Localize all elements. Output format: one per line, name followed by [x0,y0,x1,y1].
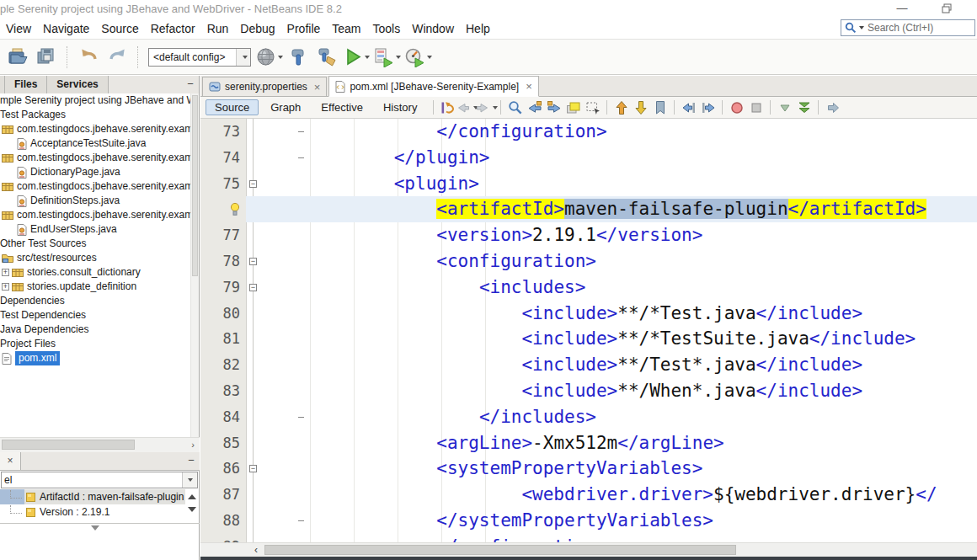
code-lines[interactable]: 73 </configuration>74 </plugin>75− <plug… [200,119,977,542]
tree-item-java-dependencies[interactable]: Java Dependencies [0,323,191,337]
fold-margin[interactable]: − [246,248,261,275]
menu-item-team[interactable]: Team [326,19,366,39]
tree-item-com-testingdocs-jbehave-serenity-examp[interactable]: com.testingdocs.jbehave.serenity.examp [0,179,191,194]
profile-project-icon[interactable] [404,44,432,71]
code-text[interactable]: <configuration> [261,248,977,275]
line-number[interactable]: 77 [200,222,246,248]
line-number[interactable]: 86 [200,456,246,482]
tree-vertical-scrollbar[interactable] [190,93,199,437]
code-text[interactable]: </plugin> [261,145,977,171]
open-project-icon[interactable] [5,44,30,71]
tree-item-pom-xml[interactable]: pom.xml [0,351,191,365]
line-number[interactable]: 85 [200,430,246,456]
fold-margin[interactable] [246,404,261,430]
line-number[interactable]: 81 [200,326,246,352]
navigator-item-version[interactable]: Version : 2.19.1 [0,504,185,520]
line-number[interactable]: 79 [200,275,246,301]
tree-item-test-dependencies[interactable]: Test Dependencies [0,308,191,323]
chevron-down-icon[interactable] [493,106,498,109]
nav-forward-icon[interactable] [477,99,496,116]
toggle-highlight-icon[interactable] [563,99,583,116]
tree-horizontal-scrollbar[interactable]: › [0,437,200,452]
code-text[interactable]: <webdriver.driver>${webdriver.driver}</ [261,482,977,508]
code-text[interactable]: <include>**/*TestSuite.java</include> [261,326,977,352]
code-line-87[interactable]: 87 <webdriver.driver>${webdriver.driver}… [200,482,977,508]
line-number[interactable]: 88 [200,508,246,534]
scroll-thumb[interactable] [264,545,736,555]
code-text[interactable]: </configuration> [261,534,977,542]
rect-selection-icon[interactable] [583,99,602,116]
navigator-minimize-icon[interactable]: − [183,452,200,470]
tree-item-stories-consult-dictionary[interactable]: +stories.consult_dictionary [0,265,191,280]
view-button-source[interactable]: Source [206,99,259,115]
menu-item-refactor[interactable]: Refactor [145,19,201,39]
shift-right-icon[interactable] [698,99,718,116]
editor-horizontal-scrollbar[interactable]: ‹ [200,542,977,557]
hint-bulb-icon[interactable] [200,196,246,222]
tree-item-mple-serenity-project-using-jbehave-and-we[interactable]: mple Serenity project using JBehave and … [0,93,191,108]
code-line-78[interactable]: 78− <configuration> [200,248,977,275]
code-text[interactable]: <version>2.19.1</version> [261,222,977,248]
search-caret-icon[interactable] [859,26,864,29]
line-number[interactable]: 74 [200,145,246,171]
navigator-item-artifactid[interactable]: ArtifactId : maven-failsafe-plugin [0,489,185,504]
expand-icon[interactable]: + [2,283,9,291]
expand-icon[interactable]: + [2,269,9,276]
fold-margin[interactable] [246,119,261,145]
chevron-down-icon[interactable] [182,472,197,488]
code-line-73[interactable]: 73 </configuration> [200,119,977,145]
code-text[interactable]: </configuration> [261,119,977,145]
fold-margin[interactable]: − [246,171,261,197]
line-number[interactable]: 89 [200,534,246,542]
menu-item-profile[interactable]: Profile [281,19,327,39]
restore-icon[interactable] [942,3,967,19]
code-line-82[interactable]: 82 <include>**/Test*.java</include> [200,352,977,378]
line-number[interactable]: 84 [200,404,246,430]
view-button-graph[interactable]: Graph [262,100,309,115]
line-number[interactable]: 80 [200,301,246,327]
code-text[interactable]: <artifactId>maven-failsafe-plugin</artif… [261,196,977,222]
view-button-history[interactable]: History [375,100,425,115]
minimize-icon[interactable]: — [889,1,915,16]
run-project-icon[interactable] [344,44,370,71]
menu-item-debug[interactable]: Debug [234,19,280,39]
fold-margin[interactable]: − [246,275,261,301]
uncomment-icon[interactable] [794,99,814,116]
tree-item-definitionsteps-java[interactable]: DefinitionSteps.java [0,194,191,208]
tree-item-com-testingdocs-jbehave-serenity-examp[interactable]: com.testingdocs.jbehave.serenity.examp [0,208,191,222]
code-text[interactable]: <argLine>-Xmx512m</argLine> [261,430,977,456]
view-button-effective[interactable]: Effective [312,100,371,115]
menu-item-window[interactable]: Window [406,19,460,39]
chevron-down-icon[interactable] [278,56,283,59]
code-line-80[interactable]: 80 <include>**/*Test.java</include> [200,301,977,327]
line-number[interactable]: 78 [200,248,246,275]
line-number[interactable]: 82 [200,352,246,378]
navigator-view-combo[interactable]: el [1,472,198,488]
code-text[interactable]: <includes> [261,275,977,301]
line-number[interactable]: 75 [200,171,246,197]
toggle-bookmark-icon[interactable] [650,99,670,116]
tree-item-src-test-resources[interactable]: src/test/resources [0,251,191,265]
navigator-scroll-down-icon[interactable] [188,507,196,512]
tree-item-project-files[interactable]: Project Files [0,337,191,351]
tree-item-acceptancetestsuite-java[interactable]: AcceptanceTestSuite.java [0,136,191,151]
code-line-81[interactable]: 81 <include>**/*TestSuite.java</include> [200,326,977,352]
tree-item-endusersteps-java[interactable]: EndUserSteps.java [0,222,191,237]
code-line-76[interactable]: <artifactId>maven-failsafe-plugin</artif… [200,196,977,222]
chevron-down-icon[interactable] [365,56,370,59]
code-text[interactable]: <systemPropertyVariables> [261,456,977,482]
fold-margin[interactable] [246,145,261,171]
code-text[interactable]: <include>**/*Test.java</include> [261,301,977,327]
scroll-thumb[interactable] [192,95,198,276]
chevron-down-icon[interactable] [427,56,432,59]
panel-minimize-icon[interactable]: − [182,76,199,93]
menu-item-tools[interactable]: Tools [367,19,407,39]
last-edit-icon[interactable] [438,99,457,116]
code-line-74[interactable]: 74 </plugin> [200,145,977,171]
editor-tab-serenity-properties[interactable]: serenity.properties× [202,77,327,96]
line-number[interactable]: 73 [200,119,246,145]
save-all-icon[interactable] [34,44,59,71]
line-number[interactable]: 83 [200,378,246,404]
tree-item-com-testingdocs-jbehave-serenity-examp[interactable]: com.testingdocs.jbehave.serenity.examp [0,122,191,136]
next-stop-icon[interactable] [823,99,842,116]
